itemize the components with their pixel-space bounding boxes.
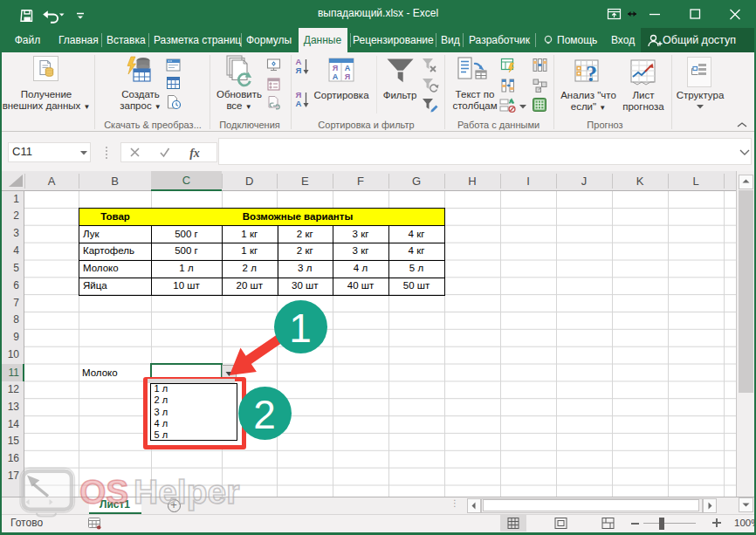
svg-text:Я: Я xyxy=(333,64,338,72)
svg-text:Я: Я xyxy=(345,72,350,81)
svg-text:?: ? xyxy=(586,61,597,86)
svg-text:OS: OS xyxy=(79,473,128,511)
svg-text:А: А xyxy=(345,64,351,72)
svg-text:Я: Я xyxy=(296,65,302,75)
svg-text:Helper: Helper xyxy=(134,473,239,511)
svg-text:А: А xyxy=(333,72,339,81)
svg-text:fx: fx xyxy=(189,147,200,160)
svg-text:А: А xyxy=(296,99,302,108)
